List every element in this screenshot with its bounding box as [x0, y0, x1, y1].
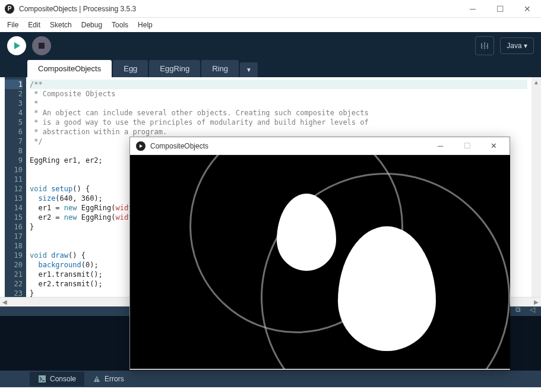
sketch-titlebar[interactable]: CompositeObjects ─ ☐ ✕: [130, 137, 510, 155]
sketch-minimize-button[interactable]: ─: [427, 138, 454, 154]
code-line[interactable]: * abstraction within a program.: [30, 127, 527, 137]
menu-debug[interactable]: Debug: [77, 19, 107, 31]
butterfly-icon: [479, 40, 490, 51]
line-number: 10: [5, 165, 23, 175]
scroll-left-arrow[interactable]: ◀: [0, 299, 10, 305]
menu-sketch[interactable]: Sketch: [45, 19, 77, 31]
maximize-button[interactable]: ☐: [486, 0, 514, 18]
line-number: 16: [5, 222, 23, 232]
code-line[interactable]: * is a good way to use the principles of…: [30, 118, 527, 127]
line-number: 5: [5, 118, 23, 127]
code-line[interactable]: /**: [30, 80, 527, 89]
tab-compositeobjects[interactable]: CompositeObjects: [27, 60, 112, 77]
toolbar: Java ▾: [0, 32, 541, 59]
code-line[interactable]: *: [30, 99, 527, 108]
sketch-app-icon: [136, 141, 145, 151]
menu-edit[interactable]: Edit: [23, 19, 45, 31]
scroll-up-arrow[interactable]: ▲: [531, 77, 541, 87]
sketch-output-window[interactable]: CompositeObjects ─ ☐ ✕: [129, 137, 510, 370]
menu-file[interactable]: File: [2, 19, 23, 31]
line-number: 6: [5, 127, 23, 137]
code-line[interactable]: * An object can include several other ob…: [30, 108, 527, 118]
menu-help[interactable]: Help: [133, 19, 157, 31]
sketch-maximize-button[interactable]: ☐: [454, 138, 480, 154]
tab-egg[interactable]: Egg: [113, 60, 148, 77]
footer-tabs: Console Errors: [0, 371, 541, 387]
svg-rect-1: [96, 378, 97, 380]
window-title: CompositeObjects | Processing 3.5.3: [19, 5, 459, 13]
line-number: 13: [5, 194, 23, 203]
line-number: 1: [5, 80, 23, 89]
tab-errors[interactable]: Errors: [84, 372, 132, 386]
menu-tools[interactable]: Tools: [107, 19, 133, 31]
line-number: 12: [5, 184, 23, 194]
console-tab-label: Console: [50, 375, 76, 383]
minimize-button[interactable]: ─: [459, 0, 486, 18]
sketch-close-button[interactable]: ✕: [480, 138, 507, 154]
run-button[interactable]: [7, 36, 26, 55]
line-number: 7: [5, 137, 23, 146]
line-number: 20: [5, 260, 23, 270]
line-number: 4: [5, 108, 23, 118]
console-icon: [38, 375, 46, 383]
line-number: 23: [5, 289, 23, 298]
errors-icon: [93, 375, 101, 383]
line-number: 11: [5, 175, 23, 184]
sketch-tabs: CompositeObjectsEggEggRingRing▼: [0, 59, 541, 77]
line-number: 14: [5, 203, 23, 213]
line-number: 2: [5, 89, 23, 99]
sketch-canvas: [130, 155, 510, 369]
errors-tab-label: Errors: [105, 375, 124, 383]
line-number: 15: [5, 213, 23, 222]
line-number: 19: [5, 251, 23, 260]
line-number: 22: [5, 279, 23, 289]
close-button[interactable]: ✕: [514, 0, 541, 18]
tab-dropdown-arrow[interactable]: ▼: [240, 62, 258, 77]
line-number: 17: [5, 232, 23, 241]
tab-console[interactable]: Console: [30, 372, 84, 386]
line-number: 9: [5, 156, 23, 165]
sketch-window-title: CompositeObjects: [150, 142, 427, 150]
code-line[interactable]: * Composite Objects: [30, 89, 527, 99]
line-number: 3: [5, 99, 23, 108]
svg-rect-2: [96, 381, 97, 381]
window-titlebar: P CompositeObjects | Processing 3.5.3 ─ …: [0, 0, 541, 18]
stop-button[interactable]: [32, 36, 51, 55]
debug-button[interactable]: [475, 36, 494, 55]
tab-ring[interactable]: Ring: [201, 60, 239, 77]
scroll-right-arrow[interactable]: ▶: [531, 299, 541, 305]
vertical-scrollbar[interactable]: ▲: [531, 77, 541, 297]
line-number: 21: [5, 270, 23, 279]
line-number: 18: [5, 241, 23, 251]
line-number: 8: [5, 146, 23, 156]
language-mode-select[interactable]: Java ▾: [500, 37, 534, 54]
processing-app-icon: P: [5, 4, 14, 14]
tab-eggring[interactable]: EggRing: [149, 60, 200, 77]
play-icon: [14, 42, 20, 49]
line-gutter: 1234567891011121314151617181920212223: [5, 77, 26, 297]
menu-bar: FileEditSketchDebugToolsHelp: [0, 18, 541, 32]
stop-icon: [39, 43, 45, 49]
